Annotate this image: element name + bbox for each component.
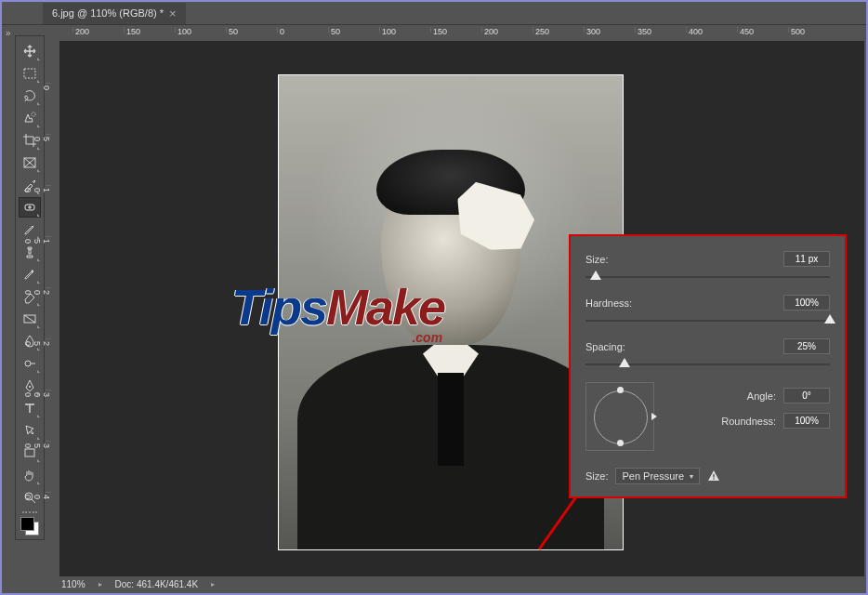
svg-point-5	[25, 361, 31, 366]
spacing-label: Spacing:	[585, 341, 625, 352]
chevron-right-icon[interactable]: ▸	[99, 580, 102, 588]
svg-rect-11	[713, 474, 714, 478]
toolbox	[15, 35, 45, 540]
dynamics-size-label: Size:	[585, 470, 608, 482]
brush-settings-panel: Size: Hardness: Spacing:	[571, 236, 845, 496]
warning-icon	[707, 469, 720, 483]
brush-angle-control[interactable]	[585, 382, 654, 451]
zoom-level[interactable]: 110%	[61, 579, 85, 589]
size-input[interactable]	[783, 251, 830, 267]
hardness-slider[interactable]	[585, 314, 830, 327]
hardness-label: Hardness:	[585, 298, 632, 309]
ruler-vertical[interactable]: 0 50 100 150 200 250 300 350 400	[45, 41, 60, 578]
angle-input[interactable]	[783, 388, 830, 403]
close-icon[interactable]: ×	[169, 7, 177, 20]
status-bar: 110% ▸ Doc: 461.4K/461.4K ▸	[45, 576, 864, 591]
spacing-input[interactable]	[783, 338, 830, 354]
hardness-input[interactable]	[783, 295, 830, 311]
history-brush-tool-icon[interactable]	[19, 264, 41, 284]
fg-color-swatch[interactable]	[20, 517, 34, 531]
heal-tool-icon[interactable]	[19, 197, 41, 218]
canvas-area[interactable]: TipsMake .com Size: Hardness:	[59, 41, 864, 578]
chevron-down-icon: ▾	[690, 472, 693, 481]
lasso-tool-icon[interactable]	[19, 86, 41, 106]
stamp-tool-icon[interactable]	[19, 242, 41, 262]
ruler-horizontal[interactable]: 200 150 100 50 0 50 100 150 200 250 300 …	[45, 26, 864, 42]
dodge-tool-icon[interactable]	[19, 353, 41, 374]
svg-rect-12	[713, 478, 714, 479]
gradient-tool-icon[interactable]	[19, 309, 41, 329]
tab-title: 6.jpg @ 110% (RGB/8) *	[52, 7, 164, 19]
size-label: Size:	[585, 254, 608, 265]
doc-size: Doc: 461.4K/461.4K	[115, 579, 199, 589]
brush-tool-icon[interactable]	[19, 219, 41, 240]
hand-tool-icon[interactable]	[19, 465, 41, 485]
type-tool-icon[interactable]	[19, 398, 41, 418]
roundness-label: Roundness:	[721, 416, 776, 427]
svg-rect-7	[25, 449, 34, 456]
spacing-slider[interactable]	[585, 358, 830, 371]
svg-rect-0	[24, 69, 35, 78]
quickselect-tool-icon[interactable]	[19, 108, 41, 128]
size-slider[interactable]	[585, 271, 830, 284]
marquee-tool-icon[interactable]	[19, 63, 41, 84]
angle-label: Angle:	[747, 390, 776, 402]
roundness-input[interactable]	[783, 413, 830, 429]
color-swatches[interactable]	[20, 517, 39, 536]
move-tool-icon[interactable]	[19, 41, 41, 61]
svg-point-1	[32, 112, 35, 116]
document-tab[interactable]: 6.jpg @ 110% (RGB/8) * ×	[43, 3, 186, 24]
document-tabbar: 6.jpg @ 110% (RGB/8) * ×	[2, 2, 866, 25]
path-select-tool-icon[interactable]	[19, 420, 41, 441]
svg-point-6	[29, 386, 31, 388]
app-window: 6.jpg @ 110% (RGB/8) * × »	[0, 0, 868, 595]
chevron-right-icon[interactable]: ▸	[211, 580, 215, 588]
frame-tool-icon[interactable]	[19, 152, 41, 173]
dynamics-size-select[interactable]: Pen Pressure ▾	[615, 468, 700, 484]
expand-panels-icon[interactable]: »	[6, 28, 11, 38]
